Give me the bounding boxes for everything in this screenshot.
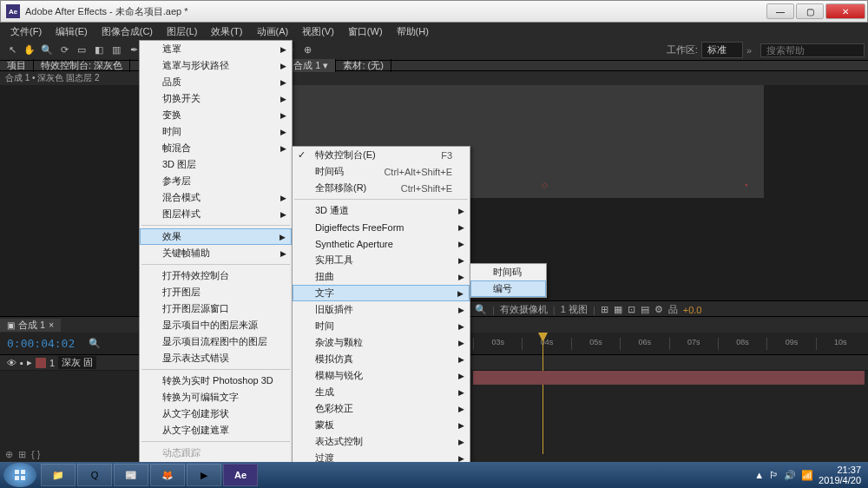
- tl-search-icon[interactable]: 🔍: [89, 338, 101, 349]
- menu-effect[interactable]: 效果(T): [204, 23, 249, 40]
- taskbar-firefox-icon[interactable]: 🦊: [150, 464, 185, 486]
- tray-overflow-icon[interactable]: ▲: [754, 470, 764, 480]
- tab-project[interactable]: 项目: [0, 59, 34, 72]
- menu-file[interactable]: 文件(F): [3, 23, 49, 40]
- menu-item[interactable]: 时间▶: [140, 123, 292, 140]
- tool-opt3[interactable]: ⊕: [299, 42, 316, 59]
- menu-item[interactable]: 实用工具▶: [293, 252, 470, 268]
- tool-rect[interactable]: ▭: [73, 42, 90, 59]
- menu-item[interactable]: 扭曲▶: [293, 268, 470, 285]
- search-help-input[interactable]: [760, 43, 865, 57]
- lock-icon[interactable]: ▪: [20, 358, 23, 368]
- tl-foot-icon-2[interactable]: ⊞: [18, 449, 26, 460]
- menu-item[interactable]: 遮罩▶: [140, 41, 292, 57]
- menu-item[interactable]: 色彩校正▶: [293, 400, 470, 417]
- menu-item[interactable]: 编号: [470, 280, 546, 297]
- menu-item[interactable]: 遮罩与形状路径▶: [140, 57, 292, 74]
- menu-item[interactable]: 时间▶: [293, 318, 470, 334]
- workspace-select[interactable]: 标准: [701, 42, 743, 58]
- menu-item[interactable]: 全部移除(R)Ctrl+Shift+E: [293, 180, 470, 196]
- menu-item[interactable]: 效果▶: [140, 228, 292, 245]
- layer-duration-bar[interactable]: [473, 371, 865, 385]
- menu-item[interactable]: 图层样式▶: [140, 206, 292, 222]
- menu-item[interactable]: 蒙板▶: [293, 417, 470, 433]
- menu-item[interactable]: Synthetic Aperture▶: [293, 235, 470, 252]
- tool-rotate[interactable]: ⟳: [56, 42, 73, 59]
- tl-foot-icon-1[interactable]: ⊕: [5, 449, 13, 460]
- menu-item[interactable]: 文字▶: [293, 285, 470, 301]
- menu-composition[interactable]: 图像合成(C): [95, 23, 160, 40]
- menu-item[interactable]: 模拟仿真▶: [293, 351, 470, 367]
- tool-selection[interactable]: ↖: [3, 42, 21, 59]
- menu-view[interactable]: 视图(V): [295, 23, 341, 40]
- system-clock[interactable]: 21:372019/4/20: [819, 465, 861, 485]
- menu-edit[interactable]: 编辑(E): [49, 23, 95, 40]
- menu-item[interactable]: 打开图层: [140, 284, 292, 300]
- menu-animation[interactable]: 动画(A): [250, 23, 296, 40]
- menu-item[interactable]: 3D 通道▶: [293, 202, 470, 219]
- menu-item[interactable]: 帧混合▶: [140, 140, 292, 156]
- menu-item[interactable]: 表达式控制▶: [293, 433, 470, 450]
- layer-color-swatch[interactable]: [36, 358, 46, 368]
- timeline-tab[interactable]: ▣ 合成 1 ×: [0, 319, 61, 332]
- menu-item[interactable]: 时间码: [470, 264, 546, 280]
- tool-hand[interactable]: ✋: [21, 42, 38, 59]
- menu-item[interactable]: 切换开关▶: [140, 90, 292, 107]
- taskbar-ae-icon[interactable]: Ae: [223, 464, 258, 486]
- handle-left-icon[interactable]: ◇: [542, 181, 549, 188]
- tab-footage[interactable]: 素材: (无): [336, 59, 391, 72]
- eye-icon[interactable]: 👁: [7, 358, 16, 368]
- menu-item[interactable]: 混合模式▶: [140, 189, 292, 206]
- menu-item[interactable]: 显示项目流程图中的图层: [140, 333, 292, 350]
- playhead[interactable]: [542, 333, 543, 454]
- menu-item[interactable]: 显示项目中的图层来源: [140, 317, 292, 333]
- view-icon-2[interactable]: ▦: [614, 304, 622, 315]
- start-button[interactable]: [3, 463, 36, 487]
- maximize-button[interactable]: ▢: [796, 3, 824, 19]
- tray-flag-icon[interactable]: 🏳: [769, 470, 779, 480]
- menu-item[interactable]: 关键帧辅助▶: [140, 245, 292, 261]
- taskbar-app-icon[interactable]: 📰: [114, 464, 148, 486]
- menu-item[interactable]: Digieffects FreeForm▶: [293, 219, 470, 235]
- menu-item[interactable]: 品质▶: [140, 74, 292, 90]
- close-button[interactable]: ✕: [825, 3, 865, 19]
- menu-item[interactable]: 生成▶: [293, 384, 470, 400]
- menu-item[interactable]: 变换▶: [140, 107, 292, 123]
- menu-item[interactable]: 模糊与锐化▶: [293, 367, 470, 384]
- minimize-button[interactable]: —: [766, 3, 794, 19]
- menu-item[interactable]: 时间码Ctrl+Alt+Shift+E: [293, 163, 470, 180]
- menu-item[interactable]: 转换为实时 Photoshop 3D: [140, 373, 292, 389]
- workspace-menu-icon[interactable]: »: [746, 45, 752, 56]
- tray-volume-icon[interactable]: 🔊: [784, 470, 796, 481]
- menu-item[interactable]: 参考层: [140, 173, 292, 189]
- menu-item[interactable]: 从文字创建形状: [140, 406, 292, 422]
- views-select[interactable]: 1 视图: [561, 303, 588, 316]
- menu-window[interactable]: 窗口(W): [341, 23, 390, 40]
- handle-right-icon[interactable]: ▪: [745, 181, 752, 188]
- view-icon-5[interactable]: ⚙: [654, 304, 663, 315]
- menu-item[interactable]: 打开特效控制台: [140, 267, 292, 284]
- menu-item[interactable]: 杂波与颗粒▶: [293, 334, 470, 351]
- tray-network-icon[interactable]: 📶: [801, 470, 813, 481]
- zoom-icon[interactable]: 🔍: [475, 304, 487, 315]
- view-icon-4[interactable]: ▤: [641, 304, 649, 315]
- view-icon-6[interactable]: 品: [668, 303, 678, 316]
- menu-item[interactable]: 打开图层源窗口: [140, 300, 292, 317]
- menu-item[interactable]: 旧版插件▶: [293, 301, 470, 318]
- current-timecode[interactable]: 0:00:04:02: [0, 337, 82, 350]
- taskbar-qq-icon[interactable]: Q: [77, 464, 112, 486]
- tab-comp[interactable]: 合成 1 ▾: [286, 59, 336, 72]
- tool-shape[interactable]: ◧: [90, 42, 108, 59]
- menu-layer[interactable]: 图层(L): [160, 23, 204, 40]
- view-icon-3[interactable]: ⊡: [628, 304, 635, 315]
- tool-zoom[interactable]: 🔍: [38, 42, 56, 59]
- taskbar-player-icon[interactable]: ▶: [187, 464, 221, 486]
- layer-name[interactable]: 深灰 固: [58, 356, 96, 369]
- menu-help[interactable]: 帮助(H): [390, 23, 436, 40]
- tl-foot-icon-3[interactable]: { }: [31, 449, 40, 459]
- menu-item[interactable]: 3D 图层: [140, 156, 292, 173]
- exposure-value[interactable]: +0.0: [683, 305, 702, 315]
- menu-item[interactable]: 从文字创建遮罩: [140, 422, 292, 439]
- view-icon-1[interactable]: ⊞: [601, 304, 608, 315]
- tool-mask[interactable]: ▥: [108, 42, 125, 59]
